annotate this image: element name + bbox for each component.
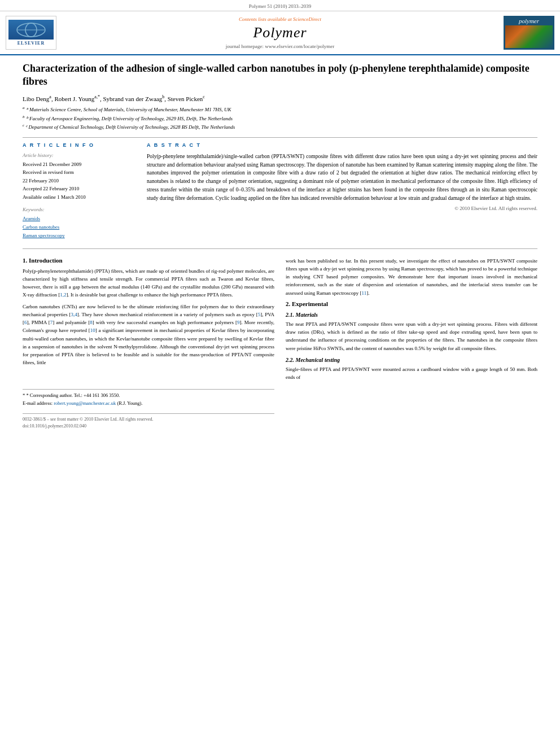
journal-center-info: Contents lists available at ScienceDirec… — [56, 16, 504, 49]
section2-2-text: Single-fibres of PPTA and PPTA/SWNT were… — [286, 365, 537, 381]
ref-3-4[interactable]: 3,4 — [71, 312, 77, 317]
abstract-header: A B S T R A C T — [147, 142, 537, 148]
polymer-logo-text: polymer — [519, 18, 539, 24]
author-sup-c: c — [203, 94, 205, 99]
history-item-3: Accepted 22 February 2010 — [23, 185, 135, 193]
divider-after-abstract — [23, 248, 537, 249]
sciencedirect-name[interactable]: ScienceDirect — [293, 16, 321, 22]
history-item-1: Received in revised form — [23, 168, 135, 176]
footer-issn: 0032-3861/$ – see front matter © 2010 El… — [23, 416, 274, 423]
abstract-column: A B S T R A C T Poly(p-phenylene terepht… — [147, 142, 537, 241]
section1-para-right: work has been published so far. In this … — [286, 257, 537, 297]
page: Polymer 51 (2010) 2033–2039 ELSEVIER Con… — [0, 0, 560, 747]
affiliations: a ᵃ Materials Science Centre, School of … — [23, 105, 537, 132]
footer-divider — [23, 389, 274, 390]
author-sup-a: a — [49, 94, 51, 99]
elsevier-wordmark: ELSEVIER — [18, 40, 45, 46]
history-item-2: 22 February 2010 — [23, 177, 135, 185]
footer-divider-2 — [23, 413, 274, 414]
keyword-2[interactable]: Raman spectroscopy — [23, 231, 135, 240]
section1-para1: Poly(p-phenyleneterephthalamide) (PPTA) … — [23, 267, 274, 299]
author-sup-star: ,* — [97, 94, 100, 99]
elsevier-logo: ELSEVIER — [6, 16, 56, 50]
keywords-label: Keywords: — [23, 207, 135, 212]
section1-para2: Carbon nanotubes (CNTs) are now believed… — [23, 303, 274, 367]
history-item-4: Available online 1 March 2010 — [23, 193, 135, 201]
ref-10[interactable]: 10 — [90, 327, 95, 333]
section2-1-title: 2.1. Materials — [286, 312, 537, 318]
ref-5[interactable]: 5 — [258, 312, 261, 317]
affiliation-b: b ᵇ Faculty of Aerospace Engineering, De… — [23, 114, 537, 123]
article-title: Characterization of the adhesion of sing… — [23, 62, 537, 89]
ref-11[interactable]: 11 — [361, 290, 366, 296]
affiliation-a: a ᵃ Materials Science Centre, School of … — [23, 105, 537, 114]
abstract-text: Poly(p-phenylene terephthalamide)/single… — [147, 152, 537, 202]
ref-7[interactable]: 7 — [50, 320, 53, 325]
email-link[interactable]: robert.young@manchester.ac.uk — [54, 400, 116, 406]
top-bar: Polymer 51 (2010) 2033–2039 — [0, 0, 560, 11]
section1-title: 1. Introduction — [23, 257, 274, 264]
divider-after-affiliations — [23, 137, 537, 138]
article-info-header: A R T I C L E I N F O — [23, 142, 135, 148]
article-info-column: A R T I C L E I N F O Article history: R… — [23, 142, 135, 241]
corresponding-author-label: * * Corresponding author. Tel.: +44 161 … — [23, 392, 120, 398]
article-history-label: Article history: — [23, 152, 135, 158]
corresponding-author-note: * * Corresponding author. Tel.: +44 161 … — [23, 392, 274, 400]
ref-8[interactable]: 8 — [90, 320, 93, 325]
keywords-section: Keywords: Aramids Carbon nanotubes Raman… — [23, 207, 135, 241]
elsevier-logo-graphic — [8, 20, 54, 40]
journal-volume-info: Polymer 51 (2010) 2033–2039 — [249, 3, 312, 9]
affiliation-c: c ᶜ Department of Chemical Technology, D… — [23, 123, 537, 132]
keyword-1[interactable]: Carbon nanotubes — [23, 223, 135, 231]
body-section: 1. Introduction Poly(p-phenyleneterephth… — [23, 257, 537, 430]
article-history-items: Received 21 December 2009 Received in re… — [23, 160, 135, 201]
copyright-line: © 2010 Elsevier Ltd. All rights reserved… — [147, 206, 537, 211]
section2-title: 2. Experimental — [286, 300, 537, 307]
keyword-0[interactable]: Aramids — [23, 215, 135, 223]
section2-2-title: 2.2. Mechanical testing — [286, 357, 537, 363]
polymer-logo-image — [505, 25, 553, 48]
ref-6[interactable]: 6 — [24, 320, 27, 325]
ref-1-2[interactable]: 1,2 — [60, 292, 66, 298]
footer-doi: doi:10.1016/j.polymer.2010.02.040 — [23, 423, 274, 430]
body-col-left: 1. Introduction Poly(p-phenyleneterephth… — [23, 257, 274, 430]
journal-header: ELSEVIER Contents lists available at Sci… — [0, 11, 560, 55]
email-note: E-mail address: robert.young@manchester.… — [23, 400, 274, 408]
polymer-logo: polymer — [504, 16, 554, 50]
ref-9[interactable]: 9 — [237, 320, 240, 325]
author-sup-b: b — [162, 94, 164, 99]
article-info-abstract-section: A R T I C L E I N F O Article history: R… — [23, 142, 537, 241]
section2-1-text: The neat PPTA and PPTA/SWNT composite fi… — [286, 320, 537, 352]
main-content: Characterization of the adhesion of sing… — [0, 55, 560, 441]
body-col-right: work has been published so far. In this … — [286, 257, 537, 430]
journal-homepage: journal homepage: www.elsevier.com/locat… — [56, 43, 504, 49]
authors: Libo Denga, Robert J. Younga,*, Sybrand … — [23, 94, 537, 102]
history-item-0: Received 21 December 2009 — [23, 160, 135, 168]
journal-title: Polymer — [56, 24, 504, 41]
sciencedirect-link: Contents lists available at ScienceDirec… — [56, 16, 504, 22]
